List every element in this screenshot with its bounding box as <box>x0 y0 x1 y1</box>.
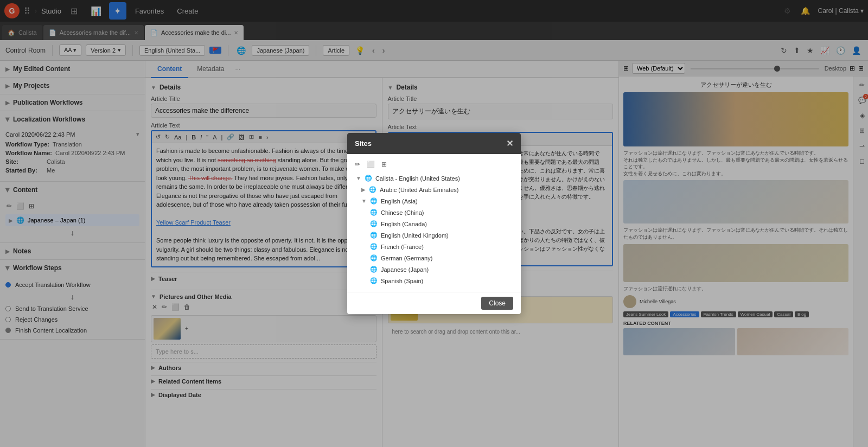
site-germany-label: German (Germany) <box>381 255 432 261</box>
site-canada-label: English (Canada) <box>381 221 427 227</box>
site-tree-arabic[interactable]: ▶ 🌐 Arabic (United Arab Emirates) <box>353 184 515 195</box>
site-tree-eng-asia[interactable]: ▼ 🌐 English (Asia) <box>353 195 515 207</box>
tree-collapse-root: ▼ <box>356 175 361 181</box>
site-tree-japan[interactable]: 🌐 Japanese (Japan) <box>353 264 515 275</box>
site-france-label: French (France) <box>381 244 424 250</box>
globe-japan: 🌐 <box>370 266 378 273</box>
modal-footer: Close <box>347 292 521 314</box>
site-tree-root[interactable]: ▼ 🌐 Calista - English (United States) <box>353 173 515 184</box>
site-tree-canada[interactable]: 🌐 English (Canada) <box>353 218 515 229</box>
site-arabic-label: Arabic (United Arab Emirates) <box>380 187 459 193</box>
globe-uk: 🌐 <box>370 232 378 239</box>
tree-collapse-eng-asia: ▼ <box>361 198 367 204</box>
modal-tool-add[interactable]: ⊞ <box>379 159 389 169</box>
site-japan-label: Japanese (Japan) <box>381 266 429 273</box>
site-tree: ▼ 🌐 Calista - English (United States) ▶ … <box>353 173 515 286</box>
globe-arabic: 🌐 <box>369 186 376 193</box>
site-root-label: Calista - English (United States) <box>375 175 460 182</box>
site-eng-asia-label: English (Asia) <box>381 198 418 205</box>
modal-header: Sites ✕ <box>347 133 521 154</box>
modal-tool-edit[interactable]: ✏ <box>353 159 362 169</box>
modal-close-btn[interactable]: ✕ <box>506 138 513 149</box>
globe-eng-asia: 🌐 <box>370 197 378 205</box>
globe-canada: 🌐 <box>370 220 378 227</box>
site-tree-spain[interactable]: 🌐 Spanish (Spain) <box>353 275 515 286</box>
sites-modal: Sites ✕ ✏ ⬜ ⊞ ▼ 🌐 Calista - English (Uni… <box>347 133 521 314</box>
site-china-label: Chinese (China) <box>381 209 424 216</box>
globe-icon-root: 🌐 <box>365 175 372 182</box>
site-tree-germany[interactable]: 🌐 German (Germany) <box>353 252 515 264</box>
site-tree-china[interactable]: 🌐 Chinese (China) <box>353 207 515 218</box>
globe-france: 🌐 <box>370 243 378 250</box>
site-tree-uk[interactable]: 🌐 English (United Kingdom) <box>353 229 515 241</box>
modal-body: ✏ ⬜ ⊞ ▼ 🌐 Calista - English (United Stat… <box>347 154 521 292</box>
site-uk-label: English (United Kingdom) <box>381 232 449 239</box>
modal-overlay[interactable]: Sites ✕ ✏ ⬜ ⊞ ▼ 🌐 Calista - English (Uni… <box>0 0 868 447</box>
site-tree-france[interactable]: 🌐 French (France) <box>353 241 515 252</box>
tree-arrow-arabic: ▶ <box>361 187 366 193</box>
modal-tools: ✏ ⬜ ⊞ <box>353 159 515 169</box>
globe-germany: 🌐 <box>370 254 378 261</box>
modal-tool-copy[interactable]: ⬜ <box>365 159 377 169</box>
globe-spain: 🌐 <box>370 277 378 284</box>
modal-close-button[interactable]: Close <box>481 297 513 310</box>
modal-title: Sites <box>355 139 372 148</box>
site-spain-label: Spanish (Spain) <box>381 278 423 284</box>
globe-china: 🌐 <box>370 209 378 216</box>
